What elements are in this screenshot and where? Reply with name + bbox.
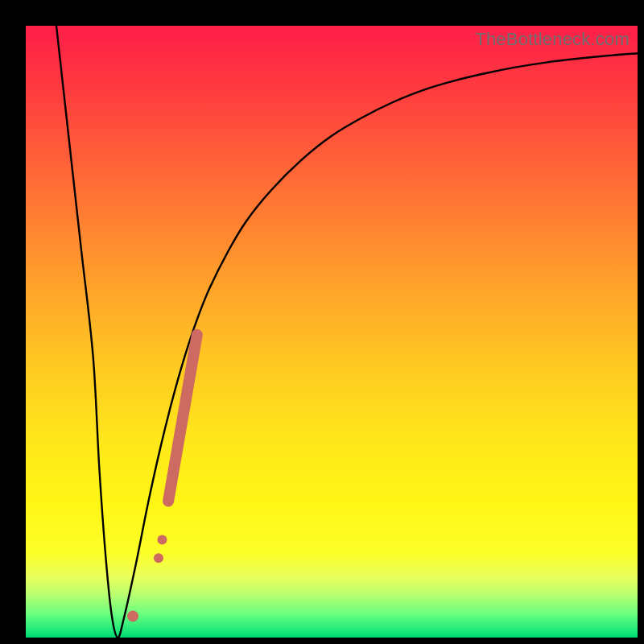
exclaim-bar bbox=[168, 335, 197, 502]
chart-frame: TheBottleneck.com bbox=[0, 0, 644, 644]
curve-layer bbox=[56, 26, 638, 638]
exclaim-dot-1 bbox=[154, 553, 163, 563]
plot-area: TheBottleneck.com bbox=[26, 26, 638, 638]
bottleneck-curve bbox=[56, 26, 638, 638]
marker-layer bbox=[127, 335, 197, 622]
exclaim-dot-3 bbox=[127, 610, 138, 621]
chart-svg bbox=[26, 26, 638, 638]
exclaim-dot-2 bbox=[157, 535, 167, 544]
